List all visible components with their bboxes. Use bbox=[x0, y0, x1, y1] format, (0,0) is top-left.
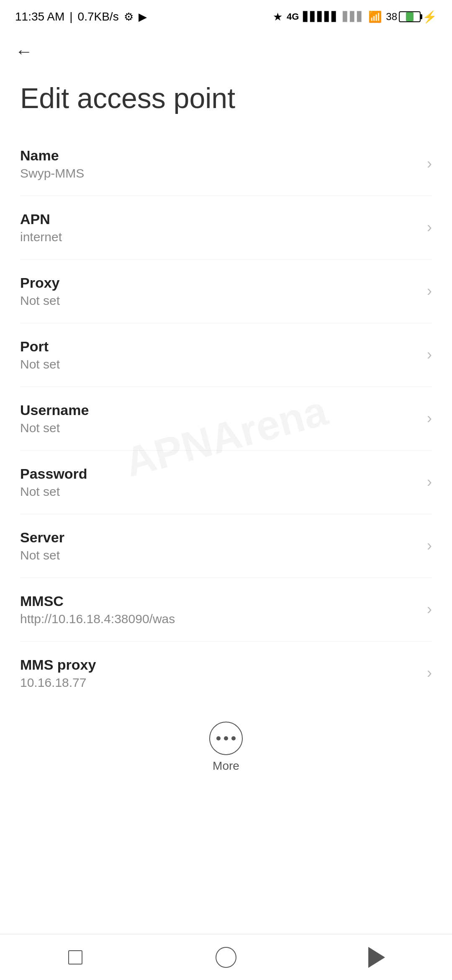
dot-3 bbox=[231, 736, 236, 740]
status-bar: 11:35 AM | 0.7KB/s ⚙ ▶ ★ 4G ▋▋▋▋▋ ▋▋▋ 📶 … bbox=[0, 0, 452, 30]
chevron-right-icon-6: › bbox=[427, 538, 432, 553]
settings-item-content-7: MMSChttp://10.16.18.4:38090/was bbox=[20, 593, 419, 626]
chevron-right-icon-0: › bbox=[427, 156, 432, 171]
settings-value-1: internet bbox=[20, 230, 419, 244]
settings-item-content-2: ProxyNot set bbox=[20, 275, 419, 308]
battery-icon bbox=[399, 11, 421, 22]
charging-icon: ⚡ bbox=[422, 10, 437, 24]
signal-bars-2-icon: ▋▋▋ bbox=[343, 11, 364, 22]
chevron-right-icon-5: › bbox=[427, 475, 432, 490]
settings-item-content-1: APNinternet bbox=[20, 211, 419, 244]
more-label: More bbox=[213, 759, 239, 773]
recent-apps-icon bbox=[68, 950, 82, 965]
battery-container: 38 ⚡ bbox=[386, 10, 437, 24]
settings-icon: ⚙ bbox=[124, 10, 134, 23]
settings-label-8: MMS proxy bbox=[20, 657, 419, 673]
bluetooth-icon: ★ bbox=[273, 10, 282, 23]
signal-bars-icon: ▋▋▋▋▋ bbox=[303, 11, 339, 22]
settings-item-content-0: NameSwyp-MMS bbox=[20, 147, 419, 181]
battery-percent: 38 bbox=[386, 11, 397, 23]
page-title-container: Edit access point bbox=[0, 69, 452, 132]
settings-value-4: Not set bbox=[20, 421, 419, 435]
settings-item-content-8: MMS proxy10.16.18.77 bbox=[20, 657, 419, 690]
status-left: 11:35 AM | 0.7KB/s ⚙ ▶ bbox=[15, 10, 147, 23]
settings-label-0: Name bbox=[20, 147, 419, 164]
settings-label-4: Username bbox=[20, 402, 419, 418]
chevron-right-icon-2: › bbox=[427, 284, 432, 299]
status-right: ★ 4G ▋▋▋▋▋ ▋▋▋ 📶 38 ⚡ bbox=[273, 10, 437, 24]
chevron-right-icon-4: › bbox=[427, 411, 432, 426]
settings-label-1: APN bbox=[20, 211, 419, 227]
settings-item-content-4: UsernameNot set bbox=[20, 402, 419, 435]
settings-label-6: Server bbox=[20, 529, 419, 546]
more-button[interactable] bbox=[209, 722, 243, 755]
page-title: Edit access point bbox=[20, 81, 432, 116]
separator: | bbox=[69, 10, 72, 23]
settings-label-2: Proxy bbox=[20, 275, 419, 291]
settings-label-3: Port bbox=[20, 338, 419, 355]
settings-item-proxy[interactable]: ProxyNot set› bbox=[20, 260, 432, 323]
settings-value-2: Not set bbox=[20, 294, 419, 308]
settings-value-5: Not set bbox=[20, 485, 419, 499]
dot-2 bbox=[224, 736, 228, 740]
settings-value-8: 10.16.18.77 bbox=[20, 676, 419, 690]
battery-fill bbox=[406, 12, 413, 21]
back-nav-icon bbox=[368, 947, 385, 968]
chevron-right-icon-7: › bbox=[427, 602, 432, 617]
top-nav: ← bbox=[0, 30, 452, 69]
settings-item-content-5: PasswordNot set bbox=[20, 466, 419, 499]
dot-1 bbox=[216, 736, 221, 740]
settings-item-server[interactable]: ServerNot set› bbox=[20, 514, 432, 578]
network-speed: 0.7KB/s bbox=[78, 10, 119, 23]
nav-home[interactable] bbox=[209, 941, 243, 974]
settings-item-username[interactable]: UsernameNot set› bbox=[20, 387, 432, 451]
chevron-right-icon-3: › bbox=[427, 347, 432, 362]
video-icon: ▶ bbox=[139, 10, 147, 23]
settings-item-mmsc[interactable]: MMSChttp://10.16.18.4:38090/was› bbox=[20, 578, 432, 642]
settings-value-3: Not set bbox=[20, 357, 419, 371]
settings-label-5: Password bbox=[20, 466, 419, 482]
settings-item-password[interactable]: PasswordNot set› bbox=[20, 451, 432, 514]
settings-item-content-3: PortNot set bbox=[20, 338, 419, 371]
time: 11:35 AM bbox=[15, 10, 64, 23]
chevron-right-icon-1: › bbox=[427, 220, 432, 235]
chevron-right-icon-8: › bbox=[427, 665, 432, 681]
settings-item-content-6: ServerNot set bbox=[20, 529, 419, 562]
back-button[interactable]: ← bbox=[11, 39, 37, 64]
signal-4g-icon: 4G bbox=[287, 11, 299, 22]
settings-value-0: Swyp-MMS bbox=[20, 166, 419, 181]
settings-item-apn[interactable]: APNinternet› bbox=[20, 196, 432, 260]
settings-label-7: MMSC bbox=[20, 593, 419, 609]
more-dots-icon bbox=[216, 736, 236, 740]
bottom-nav bbox=[0, 934, 452, 980]
settings-item-name[interactable]: NameSwyp-MMS› bbox=[20, 132, 432, 196]
nav-back[interactable] bbox=[360, 941, 393, 974]
settings-item-mms-proxy[interactable]: MMS proxy10.16.18.77› bbox=[20, 642, 432, 705]
home-icon bbox=[216, 947, 236, 968]
more-button-container: More bbox=[0, 705, 452, 781]
nav-recent-apps[interactable] bbox=[59, 941, 92, 974]
back-arrow-icon: ← bbox=[15, 41, 33, 61]
settings-value-6: Not set bbox=[20, 548, 419, 562]
wifi-icon: 📶 bbox=[368, 10, 382, 23]
settings-value-7: http://10.16.18.4:38090/was bbox=[20, 612, 419, 626]
settings-list: NameSwyp-MMS›APNinternet›ProxyNot set›Po… bbox=[0, 132, 452, 705]
settings-item-port[interactable]: PortNot set› bbox=[20, 323, 432, 387]
